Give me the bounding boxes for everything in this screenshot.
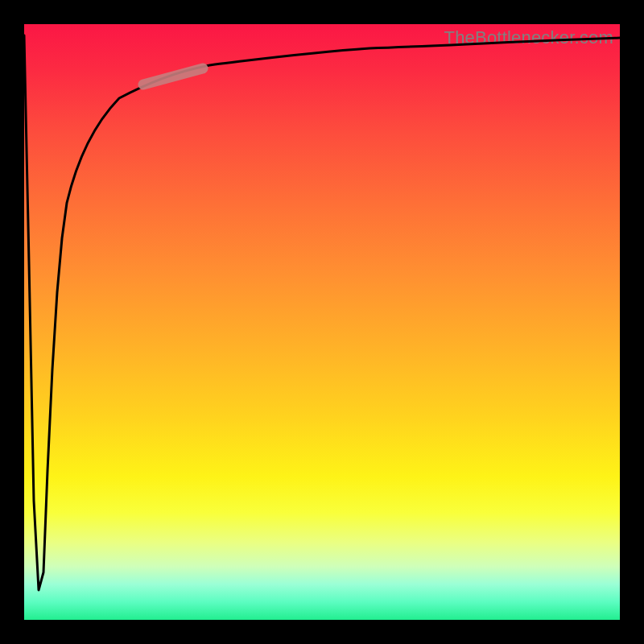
chart-curve [24,35,620,590]
chart-svg [24,24,620,620]
chart-frame: TheBottlenecker.com [0,0,644,644]
plot-area: TheBottlenecker.com [24,24,620,620]
chart-marker-segment [143,68,203,85]
